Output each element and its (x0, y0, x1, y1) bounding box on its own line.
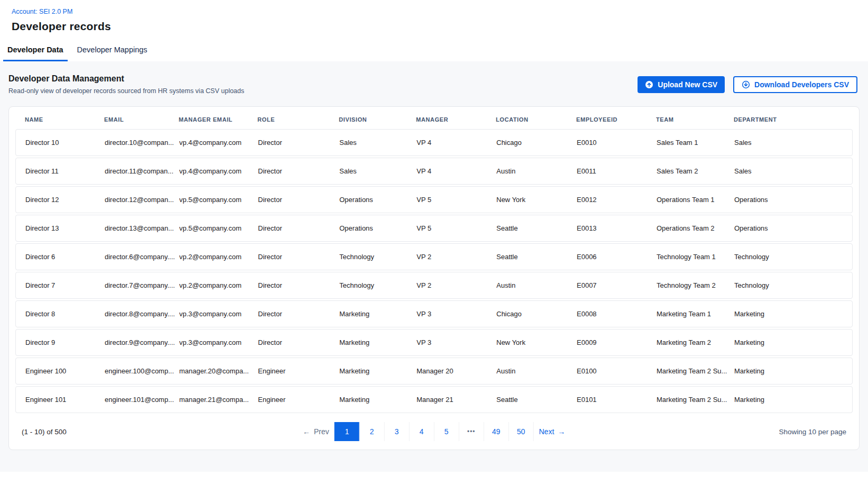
pagination-page-5[interactable]: 5 (434, 422, 459, 441)
table-cell: Director 11 (25, 167, 105, 175)
table-cell: Manager 20 (417, 367, 496, 375)
table-cell: E0012 (577, 196, 657, 204)
pagination-page-3[interactable]: 3 (384, 422, 409, 441)
table-cell: Marketing (339, 338, 417, 346)
table-cell: vp.5@company.com (179, 224, 258, 232)
table-cell: E0009 (577, 338, 657, 346)
table-cell: Marketing Team 2 Su... (657, 367, 734, 375)
tab-bar: Developer Data Developer Mappings (0, 40, 868, 61)
table-header: NAMEEMAILMANAGER EMAILROLEDIVISIONMANAGE… (9, 107, 859, 129)
table-cell: Marketing Team 2 Su... (657, 396, 734, 404)
table-cell: vp.4@company.com (179, 139, 258, 147)
table-footer: (1 - 10) of 500 ←Prev12345•••4950Next→ S… (9, 415, 859, 446)
table-cell: director.11@compan... (105, 167, 179, 175)
table-cell: Chicago (496, 139, 577, 147)
table-cell: vp.2@company.com (179, 253, 258, 261)
table-cell: Director 8 (25, 310, 105, 318)
table-cell: Engineer (258, 396, 339, 404)
table-cell: E0010 (577, 139, 657, 147)
table-cell: Engineer 101 (25, 396, 105, 404)
table-cell: Marketing (734, 338, 852, 346)
section-title: Developer Data Management (8, 74, 244, 84)
table-cell: Technology (339, 253, 417, 261)
table-body: Director 10director.10@compan...vp.4@com… (9, 129, 859, 413)
pagination-label: Next (539, 427, 555, 436)
table-cell: Sales Team 2 (657, 167, 734, 175)
table-row: Director 7director.7@company....vp.2@com… (15, 272, 853, 299)
account-link[interactable]: Account: SEI 2.0 PM (12, 8, 72, 15)
table-cell: Sales (339, 167, 417, 175)
pagination-label: 1 (345, 427, 349, 436)
table-cell: Director (258, 253, 339, 261)
table-cell: E0006 (577, 253, 657, 261)
table-cell: E0101 (577, 396, 657, 404)
table-cell: vp.4@company.com (179, 167, 258, 175)
table-cell: Engineer (258, 367, 339, 375)
table-row: Director 8director.8@company....vp.3@com… (15, 300, 853, 327)
tab-developer-data[interactable]: Developer Data (3, 40, 68, 61)
tab-developer-mappings[interactable]: Developer Mappings (73, 40, 152, 61)
table-cell: Director 10 (25, 139, 105, 147)
column-header-team: TEAM (656, 116, 734, 123)
table-row: Director 13director.13@compan...vp.5@com… (15, 215, 853, 242)
table-cell: E0013 (577, 224, 657, 232)
developer-table-card: NAMEEMAILMANAGER EMAILROLEDIVISIONMANAGE… (8, 106, 860, 450)
table-cell: Chicago (496, 310, 577, 318)
table-row: Director 10director.10@compan...vp.4@com… (15, 129, 853, 156)
table-cell: VP 4 (417, 139, 496, 147)
column-header-division: DIVISION (339, 116, 416, 123)
table-cell: Marketing (734, 310, 852, 318)
table-cell: VP 2 (417, 281, 496, 289)
pagination-page-2[interactable]: 2 (359, 422, 384, 441)
table-cell: Austin (496, 167, 577, 175)
table-cell: Operations (339, 196, 417, 204)
pagination-ellipsis: ••• (459, 422, 484, 441)
upload-new-csv-button[interactable]: Upload New CSV (638, 76, 725, 93)
table-cell: vp.2@company.com (179, 281, 258, 289)
table-cell: Operations (734, 196, 852, 204)
section-subtitle: Read-only view of developer records sour… (8, 87, 244, 95)
table-cell: VP 3 (417, 338, 496, 346)
table-cell: Engineer 100 (25, 367, 105, 375)
pagination-page-1[interactable]: 1 (335, 422, 359, 441)
upload-button-label: Upload New CSV (658, 80, 717, 89)
table-cell: E0008 (577, 310, 657, 318)
table-cell: director.12@compan... (105, 196, 179, 204)
table-cell: VP 3 (417, 310, 496, 318)
results-range-text: (1 - 10) of 500 (22, 428, 67, 436)
table-cell: Technology Team 2 (657, 281, 734, 289)
per-page-text: Showing 10 per page (779, 428, 846, 436)
table-row: Director 9director.9@company....vp.3@com… (15, 329, 853, 356)
pagination-label: 3 (395, 427, 399, 436)
pagination-next-button[interactable]: Next→ (533, 422, 571, 441)
pagination-label: 50 (517, 427, 525, 436)
pagination-page-4[interactable]: 4 (409, 422, 434, 441)
column-header-name: NAME (25, 116, 104, 123)
table-cell: Technology (734, 281, 852, 289)
table-cell: Operations Team 1 (657, 196, 734, 204)
pagination-label: 2 (370, 427, 374, 436)
pagination-page-50[interactable]: 50 (509, 422, 533, 441)
section-header: Developer Data Management Read-only view… (8, 74, 860, 95)
download-button-label: Download Developers CSV (754, 80, 849, 89)
download-developers-csv-button[interactable]: Download Developers CSV (733, 76, 857, 93)
table-cell: E0011 (577, 167, 657, 175)
table-cell: manager.21@compa... (179, 396, 258, 404)
table-cell: VP 5 (417, 196, 496, 204)
download-icon (742, 80, 750, 89)
table-row: Engineer 100engineer.100@comp...manager.… (15, 358, 853, 385)
table-cell: Director (258, 167, 339, 175)
pagination-label: Prev (314, 427, 329, 436)
table-cell: Director 6 (25, 253, 105, 261)
table-cell: Director (258, 196, 339, 204)
table-cell: Seattle (496, 253, 577, 261)
table-cell: Technology Team 1 (657, 253, 734, 261)
table-cell: Operations Team 2 (657, 224, 734, 232)
column-header-department: DEPARTMENT (734, 116, 853, 123)
pagination-page-49[interactable]: 49 (484, 422, 509, 441)
table-cell: engineer.100@comp... (105, 367, 179, 375)
table-cell: manager.20@compa... (179, 367, 258, 375)
pagination-prev-button[interactable]: ←Prev (298, 422, 335, 441)
table-cell: E0100 (577, 367, 657, 375)
table-cell: Sales (734, 139, 852, 147)
